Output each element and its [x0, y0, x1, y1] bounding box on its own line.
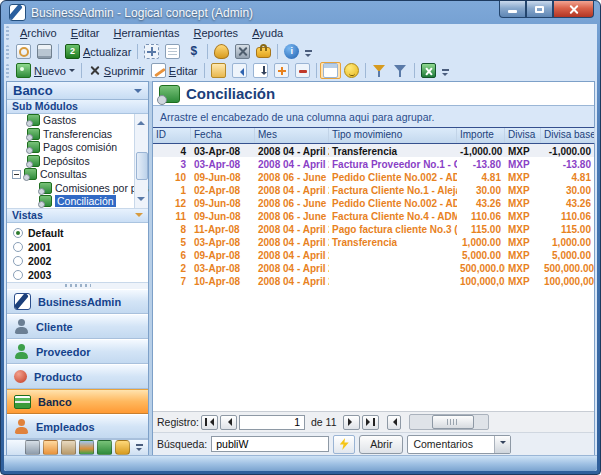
tree-item-pagos-comision[interactable]: Pagos comisión — [7, 141, 148, 155]
column-header-0[interactable]: ID — [153, 128, 191, 143]
database-icon[interactable] — [115, 440, 130, 455]
menu-ayuda[interactable]: Ayuda — [245, 25, 290, 41]
tree-item-transferencias[interactable]: Transferencias — [7, 127, 148, 141]
view-option-2002[interactable]: 2002 — [13, 254, 148, 268]
nav-producto[interactable]: Producto — [7, 364, 148, 389]
grid-row[interactable]: 811-Apr-082008 04 - April 2...Pago factu… — [153, 222, 594, 235]
actualizar-button[interactable]: 2 Actualizar — [62, 43, 134, 60]
nav-proveedor[interactable]: Proveedor — [7, 339, 148, 364]
suprimir-button[interactable]: Suprimir — [85, 63, 148, 78]
tree-item-depositos[interactable]: Depósitos — [7, 154, 148, 168]
remove-record-button[interactable] — [292, 62, 313, 79]
hscroll-left-button[interactable] — [387, 415, 401, 430]
horizontal-scrollbar-thumb[interactable] — [432, 415, 474, 429]
colors-button[interactable] — [341, 62, 362, 79]
splitter-grip[interactable] — [7, 282, 148, 289]
currency-button[interactable]: $ — [183, 43, 204, 60]
database-button[interactable] — [211, 43, 232, 60]
menu-editar[interactable]: Editar — [64, 25, 107, 41]
info-button[interactable]: i — [281, 43, 302, 60]
scroll-up-icon[interactable] — [137, 117, 145, 125]
maximize-button[interactable] — [526, 1, 553, 18]
menu-reportes[interactable]: Reportes — [186, 25, 245, 41]
grid-row[interactable]: 1209-Jun-082008 06 - June 2...Pedido Cli… — [153, 196, 594, 209]
grid-row[interactable]: 1009-Jun-082008 06 - June 2...Pedido Cli… — [153, 170, 594, 183]
grid-row[interactable]: 1109-Jun-082008 06 - June 2...Factura Cl… — [153, 209, 594, 222]
toolbar-grip[interactable] — [6, 64, 9, 78]
minimize-button[interactable] — [499, 1, 526, 18]
grid-row[interactable]: 102-Apr-082008 04 - April 2...Factura Cl… — [153, 183, 594, 196]
sort-button[interactable] — [250, 62, 271, 79]
search-input[interactable] — [211, 436, 329, 452]
radio-icon[interactable] — [13, 270, 23, 280]
layout-panel-button[interactable] — [320, 62, 341, 79]
search-filter-button[interactable] — [333, 435, 355, 454]
nav-cliente[interactable]: Cliente — [7, 314, 148, 339]
print-button[interactable] — [34, 43, 55, 60]
book-icon[interactable] — [97, 440, 112, 455]
overflow-chevron-icon[interactable] — [135, 441, 144, 455]
radio-icon[interactable] — [13, 256, 23, 266]
toolbar-grip[interactable] — [6, 26, 9, 40]
radio-icon[interactable] — [13, 242, 23, 252]
horizontal-scrollbar[interactable] — [409, 414, 489, 430]
tree-scrollbar[interactable] — [134, 114, 148, 209]
notes-icon[interactable] — [43, 440, 58, 455]
groupby-panel[interactable]: Arrastre el encabezado de una columna aq… — [153, 106, 594, 127]
print-preview-button[interactable] — [13, 43, 34, 60]
scrollbar-thumb[interactable] — [136, 152, 148, 180]
column-header-4[interactable]: Importe — [457, 128, 505, 143]
tree-item-gastos[interactable]: Gastos — [7, 114, 148, 128]
combobox-dropdown-button[interactable] — [494, 436, 510, 453]
filter-button[interactable] — [390, 62, 411, 79]
comentarios-combobox[interactable]: Comentarios — [407, 435, 511, 454]
column-header-1[interactable]: Fecha — [191, 128, 255, 143]
grid-row[interactable]: 303-Apr-082008 04 - April 2...Factura Pr… — [153, 157, 594, 170]
document-button[interactable] — [162, 43, 183, 60]
view-option-default[interactable]: Default — [13, 226, 148, 240]
editar-button[interactable]: Editar — [148, 62, 201, 79]
abrir-button[interactable]: Abrir — [359, 435, 403, 454]
grid-row[interactable]: 203-Apr-082008 04 - April 2...500,000.00… — [153, 261, 594, 274]
scroll-down-icon[interactable] — [137, 197, 145, 205]
tree-item-consultas[interactable]: Consultas — [7, 168, 148, 182]
column-header-3[interactable]: Tipo movimieno — [329, 128, 457, 143]
record-number-input[interactable] — [239, 415, 305, 430]
clipboard-icon[interactable] — [61, 440, 76, 455]
column-header-7[interactable]: Ch — [595, 128, 597, 143]
chart-icon[interactable] — [79, 440, 94, 455]
lock-button[interactable] — [253, 44, 274, 59]
overflow-chevron-icon[interactable] — [441, 66, 450, 80]
tree-item-comisiones-por-pagar[interactable]: Comisiones por pagar — [7, 181, 148, 195]
close-button[interactable] — [553, 1, 594, 18]
properties-button[interactable] — [208, 62, 229, 79]
undo-button[interactable] — [229, 62, 250, 79]
view-option-2001[interactable]: 2001 — [13, 240, 148, 254]
export-excel-button[interactable] — [418, 62, 439, 79]
move-button[interactable] — [141, 43, 162, 60]
first-record-button[interactable] — [201, 415, 218, 430]
toolbar-grip[interactable] — [6, 45, 9, 59]
grid-row[interactable]: 710-Apr-082008 04 - April 2...100,000,0.… — [153, 274, 594, 287]
sidebar-panel-header[interactable]: Banco — [7, 82, 148, 100]
filter-flash-button[interactable] — [369, 62, 390, 79]
nav-empleados[interactable]: Empleados — [7, 414, 148, 439]
grid-row[interactable]: 609-Apr-082008 04 - April 2...5,000.00MX… — [153, 248, 594, 261]
insert-record-button[interactable] — [271, 62, 292, 79]
tools-icon[interactable] — [25, 440, 40, 455]
column-header-2[interactable]: Mes — [255, 128, 329, 143]
next-record-button[interactable] — [343, 415, 360, 430]
view-option-2003[interactable]: 2003 — [13, 268, 148, 282]
tree-item-conciliacion[interactable]: Conciliación — [7, 195, 148, 209]
column-header-5[interactable]: Divisa — [505, 128, 541, 143]
radio-icon[interactable] — [13, 228, 23, 238]
tools-button[interactable] — [232, 43, 253, 60]
grid-row[interactable]: 403-Apr-082008 04 - April 2...Transferen… — [153, 144, 594, 157]
collapse-icon[interactable] — [12, 170, 21, 179]
prev-record-button[interactable] — [220, 415, 237, 430]
overflow-chevron-icon[interactable] — [304, 47, 313, 61]
title-bar[interactable]: BusinessAdmin - Logical concept (Admin) — [4, 1, 597, 24]
nuevo-button[interactable]: Nuevo — [13, 62, 78, 79]
column-header-6[interactable]: Divisa base — [541, 128, 595, 143]
grid-row[interactable]: 503-Apr-082008 04 - April 2...Transferen… — [153, 235, 594, 248]
